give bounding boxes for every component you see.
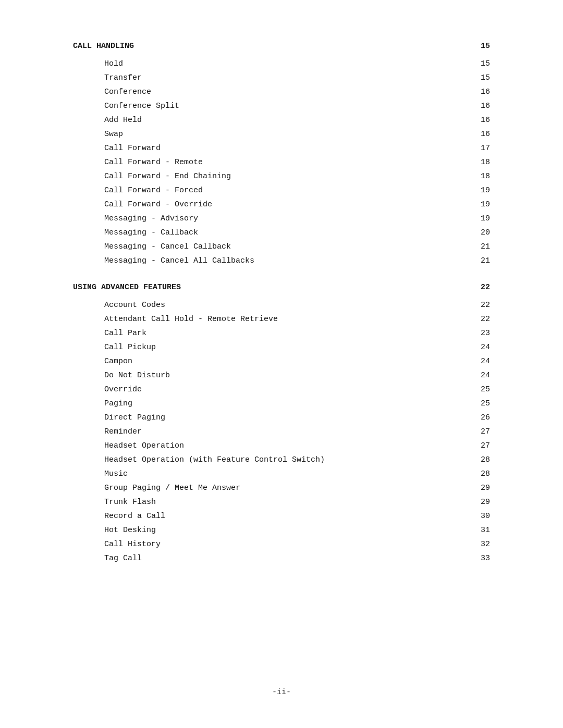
toc-item: Add Held16 bbox=[104, 114, 490, 127]
toc-item-page: 32 bbox=[469, 538, 490, 551]
toc-item-label: Call History bbox=[104, 538, 469, 551]
toc-item-label: Paging bbox=[104, 398, 469, 410]
toc-item-label: Headset Operation bbox=[104, 440, 469, 452]
toc-item-label: Direct Paging bbox=[104, 412, 469, 424]
toc-item-label: Call Forward - Remote bbox=[104, 156, 469, 169]
toc-item-label: Conference bbox=[104, 86, 469, 98]
toc-item: Call Pickup24 bbox=[104, 341, 490, 354]
toc-item: Campon24 bbox=[104, 355, 490, 368]
toc-item-page: 18 bbox=[469, 170, 490, 183]
toc-item-label: Messaging - Advisory bbox=[104, 213, 469, 225]
toc-item-page: 17 bbox=[469, 142, 490, 155]
toc-item: Attendant Call Hold - Remote Retrieve22 bbox=[104, 313, 490, 326]
toc-item-page: 27 bbox=[469, 426, 490, 438]
toc-item-page: 16 bbox=[469, 114, 490, 127]
toc-item: Headset Operation (with Feature Control … bbox=[104, 454, 490, 466]
toc-items-1: Account Codes22Attendant Call Hold - Rem… bbox=[104, 299, 490, 565]
toc-item: Swap16 bbox=[104, 128, 490, 141]
toc-item-label: Call Forward - End Chaining bbox=[104, 170, 469, 183]
footer-text: -ii- bbox=[272, 688, 291, 697]
toc-item-page: 24 bbox=[469, 369, 490, 382]
toc-item-page: 21 bbox=[469, 255, 490, 267]
toc-item-page: 22 bbox=[469, 299, 490, 312]
toc-item: Call Forward - Override19 bbox=[104, 199, 490, 211]
toc-item-page: 15 bbox=[469, 58, 490, 70]
toc-item-label: Call Forward - Override bbox=[104, 199, 469, 211]
toc-heading-label-1: USING ADVANCED FEATURES bbox=[73, 283, 181, 292]
toc-item-label: Transfer bbox=[104, 72, 469, 84]
toc-item-label: Override bbox=[104, 384, 469, 396]
toc-item: Call Forward - Remote18 bbox=[104, 156, 490, 169]
toc-item: Call Forward - Forced19 bbox=[104, 184, 490, 197]
toc-item-page: 22 bbox=[469, 313, 490, 326]
toc-item: Call Forward17 bbox=[104, 142, 490, 155]
toc-item: Paging25 bbox=[104, 398, 490, 410]
toc-item: Call Forward - End Chaining18 bbox=[104, 170, 490, 183]
toc-item: Record a Call30 bbox=[104, 510, 490, 523]
toc-item-page: 21 bbox=[469, 241, 490, 253]
toc-item-label: Headset Operation (with Feature Control … bbox=[104, 454, 469, 466]
toc-item: Call History32 bbox=[104, 538, 490, 551]
toc-item-page: 19 bbox=[469, 184, 490, 197]
toc-item-label: Messaging - Callback bbox=[104, 227, 469, 239]
toc-item-page: 25 bbox=[469, 398, 490, 410]
toc-item-page: 19 bbox=[469, 213, 490, 225]
toc-item: Messaging - Cancel Callback21 bbox=[104, 241, 490, 253]
toc-item: Headset Operation27 bbox=[104, 440, 490, 452]
toc-item-label: Tag Call bbox=[104, 552, 469, 565]
toc-item: Call Park23 bbox=[104, 327, 490, 340]
toc-item-page: 31 bbox=[469, 524, 490, 537]
toc-item: Tag Call33 bbox=[104, 552, 490, 565]
page-footer: -ii- bbox=[0, 688, 563, 697]
toc-items-0: Hold15Transfer15Conference16Conference S… bbox=[104, 58, 490, 267]
toc-item: Messaging - Advisory19 bbox=[104, 213, 490, 225]
toc-item: Reminder27 bbox=[104, 426, 490, 438]
toc-section-heading-1: USING ADVANCED FEATURES22 bbox=[73, 283, 490, 292]
toc-heading-label-0: CALL HANDLING bbox=[73, 42, 134, 51]
toc-item-page: 30 bbox=[469, 510, 490, 523]
toc-item-label: Messaging - Cancel Callback bbox=[104, 241, 469, 253]
toc-item: Trunk Flash29 bbox=[104, 496, 490, 509]
toc-item-page: 24 bbox=[469, 341, 490, 354]
toc-item-page: 29 bbox=[469, 496, 490, 509]
toc-item-page: 16 bbox=[469, 100, 490, 113]
toc-item-label: Record a Call bbox=[104, 510, 469, 523]
toc-item-page: 28 bbox=[469, 468, 490, 480]
toc-heading-page-0: 15 bbox=[469, 42, 490, 51]
toc-item-label: Do Not Disturb bbox=[104, 369, 469, 382]
toc-item: Account Codes22 bbox=[104, 299, 490, 312]
toc-item-label: Call Forward - Forced bbox=[104, 184, 469, 197]
toc-item-page: 16 bbox=[469, 86, 490, 98]
toc-item-label: Group Paging / Meet Me Answer bbox=[104, 482, 469, 495]
toc-item-label: Attendant Call Hold - Remote Retrieve bbox=[104, 313, 469, 326]
toc-item-page: 20 bbox=[469, 227, 490, 239]
toc-item-label: Account Codes bbox=[104, 299, 469, 312]
toc-item-page: 16 bbox=[469, 128, 490, 141]
toc-item: Group Paging / Meet Me Answer29 bbox=[104, 482, 490, 495]
toc-item-label: Campon bbox=[104, 355, 469, 368]
toc-item-label: Messaging - Cancel All Callbacks bbox=[104, 255, 469, 267]
toc-item-page: 28 bbox=[469, 454, 490, 466]
toc-item-label: Trunk Flash bbox=[104, 496, 469, 509]
toc-item-label: Add Held bbox=[104, 114, 469, 127]
toc-item: Conference Split16 bbox=[104, 100, 490, 113]
toc-item-label: Reminder bbox=[104, 426, 469, 438]
toc-item: Messaging - Cancel All Callbacks21 bbox=[104, 255, 490, 267]
toc-item-page: 26 bbox=[469, 412, 490, 424]
toc-item-page: 24 bbox=[469, 355, 490, 368]
toc-item-label: Swap bbox=[104, 128, 469, 141]
toc-item-label: Hold bbox=[104, 58, 469, 70]
toc-item-page: 15 bbox=[469, 72, 490, 84]
toc-item-page: 25 bbox=[469, 384, 490, 396]
toc-item: Override25 bbox=[104, 384, 490, 396]
toc-section-1: USING ADVANCED FEATURES22Account Codes22… bbox=[73, 283, 490, 565]
toc-item-page: 33 bbox=[469, 552, 490, 565]
toc-item: Direct Paging26 bbox=[104, 412, 490, 424]
toc-item-page: 23 bbox=[469, 327, 490, 340]
page: CALL HANDLING15Hold15Transfer15Conferenc… bbox=[0, 0, 563, 728]
toc-item-label: Call Park bbox=[104, 327, 469, 340]
toc-section-0: CALL HANDLING15Hold15Transfer15Conferenc… bbox=[73, 42, 490, 267]
toc-item: Hold15 bbox=[104, 58, 490, 70]
toc-item: Hot Desking31 bbox=[104, 524, 490, 537]
toc-item-page: 19 bbox=[469, 199, 490, 211]
